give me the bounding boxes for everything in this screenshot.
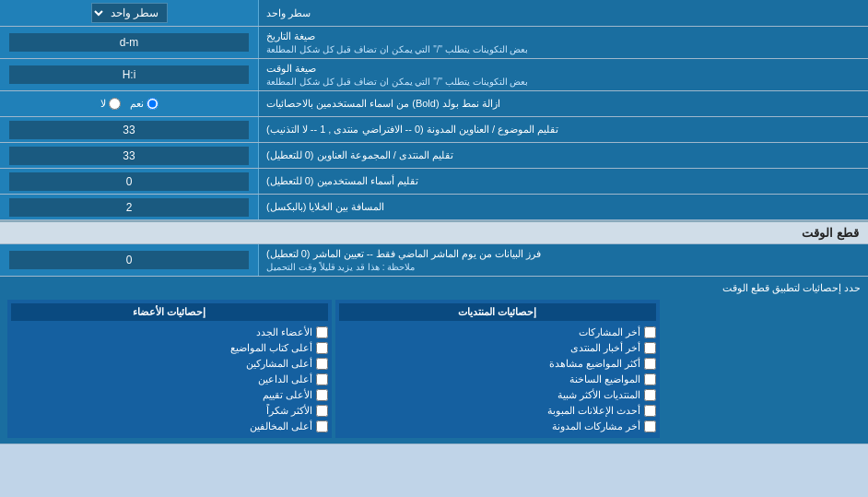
cell-spacing-input-cell [0, 195, 258, 219]
stats-item-member-label-3: أعلى الداعين [258, 373, 312, 385]
stats-item-top-participants: أعلى المشاركين [11, 356, 328, 372]
forum-titles-input[interactable] [9, 147, 249, 165]
date-format-sub-label: بعض التكوينات يتطلب "/" التي يمكن ان تضا… [266, 44, 528, 54]
stats-item-member-label-1: أعلى كتاب المواضيع [230, 342, 312, 354]
forum-titles-main-label: تقليم المنتدى / المجموعة العناوين (0 للت… [266, 149, 453, 161]
time-cut-note: ملاحظة : هذا قد يزيد قليلاً وقت التحميل [266, 262, 415, 272]
stats-item-last-posts: أخر المشاركات [339, 325, 656, 340]
time-format-input[interactable] [9, 65, 249, 84]
stats-section-label: حدد إحصائيات لتطبيق قطع الوقت [7, 282, 861, 294]
cell-spacing-main-label: المسافة بين الخلايا (بالبكسل) [266, 201, 385, 213]
topic-titles-input[interactable] [9, 121, 249, 139]
stats-col-forums-header: إحصائيات المنتديات [339, 303, 656, 321]
stats-item-member-label-5: الأكثر شكراً [266, 405, 312, 417]
stats-item-label-4: المنتديات الأكثر شبية [557, 389, 640, 401]
checkbox-hot-topics[interactable] [644, 373, 656, 385]
user-names-input-cell [0, 169, 258, 194]
stats-item-member-label-2: أعلى المشاركين [246, 358, 312, 370]
checkbox-new-members[interactable] [316, 326, 328, 338]
checkbox-most-viewed[interactable] [644, 358, 656, 370]
stats-item-top-inviters: أعلى الداعين [11, 372, 328, 387]
stats-col-members: إحصائيات الأعضاء الأعضاء الجدد أعلى كتاب… [7, 300, 332, 438]
stats-col-forums: إحصائيات المنتديات أخر المشاركات أخر أخب… [335, 300, 660, 438]
stats-item-hot-topics: المواضيع الساخنة [339, 372, 656, 387]
stats-item-blog-posts: أخر مشاركات المدونة [339, 419, 656, 434]
checkbox-blog-posts[interactable] [644, 420, 656, 432]
forum-titles-row: تقليم المنتدى / المجموعة العناوين (0 للت… [0, 143, 868, 169]
stats-item-classifieds: أحدث الإعلانات المبوبة [339, 403, 656, 419]
stats-col-forums-header-text: إحصائيات المنتديات [458, 306, 536, 317]
checkbox-news[interactable] [644, 342, 656, 354]
checkbox-top-inviters[interactable] [316, 373, 328, 385]
checkbox-classifieds[interactable] [644, 405, 656, 417]
checkbox-most-thanks[interactable] [316, 405, 328, 417]
date-format-input-cell [0, 27, 258, 58]
time-format-label: صيغة الوقت بعض التكوينات يتطلب "/" التي … [258, 59, 868, 90]
checkbox-top-writers[interactable] [316, 342, 328, 354]
time-cut-input-cell [0, 244, 258, 276]
stats-item-member-label-0: الأعضاء الجدد [256, 326, 312, 338]
user-names-label: تقليم أسماء المستخدمين (0 للتعطيل) [258, 169, 868, 194]
stats-section-label-text: حدد إحصائيات لتطبيق قطع الوقت [722, 282, 861, 293]
time-format-input-cell [0, 59, 258, 90]
top-label: سطر واحد [258, 0, 868, 26]
stats-item-label-3: المواضيع الساخنة [569, 373, 640, 385]
top-dropdown-cell: سطر واحد سطرين ثلاثة أسطر [0, 0, 258, 26]
topic-titles-main-label: تقليم الموضوع / العناوين المدونة (0 -- ا… [266, 124, 558, 136]
topic-titles-row: تقليم الموضوع / العناوين المدونة (0 -- ا… [0, 117, 868, 143]
stats-item-label-0: أخر المشاركات [579, 326, 640, 338]
date-format-main-label: صيغة التاريخ [266, 30, 315, 42]
radio-no[interactable] [109, 98, 121, 110]
stats-item-new-members: الأعضاء الجدد [11, 325, 328, 340]
topic-titles-input-cell [0, 117, 258, 142]
stats-item-news: أخر أخبار المنتدى [339, 340, 656, 356]
checkbox-last-posts[interactable] [644, 326, 656, 338]
stats-section: حدد إحصائيات لتطبيق قطع الوقت إحصائيات ا… [0, 277, 868, 444]
user-names-input[interactable] [9, 172, 249, 191]
stats-item-member-label-4: الأعلى تقييم [263, 389, 312, 401]
top-row: سطر واحد سطر واحد سطرين ثلاثة أسطر [0, 0, 868, 27]
stats-item-most-thanks: الأكثر شكراً [11, 403, 328, 419]
forum-titles-label: تقليم المنتدى / المجموعة العناوين (0 للت… [258, 143, 868, 168]
time-format-main-label: صيغة الوقت [266, 63, 316, 75]
stats-item-similar-forums: المنتديات الأكثر شبية [339, 387, 656, 403]
stats-item-label-6: أخر مشاركات المدونة [552, 420, 640, 432]
top-dropdown[interactable]: سطر واحد سطرين ثلاثة أسطر [91, 3, 168, 23]
time-cut-row: فرز البيانات من يوم الماشر الماضي فقط --… [0, 244, 868, 277]
stats-item-label-2: أكثر المواضيع مشاهدة [549, 358, 640, 370]
radio-yes-label[interactable]: نعم [130, 98, 158, 110]
checkbox-similar-forums[interactable] [644, 389, 656, 401]
checkbox-top-violators[interactable] [316, 420, 328, 432]
topic-titles-label: تقليم الموضوع / العناوين المدونة (0 -- ا… [258, 117, 868, 142]
date-format-row: صيغة التاريخ بعض التكوينات يتطلب "/" الت… [0, 27, 868, 59]
user-names-row: تقليم أسماء المستخدمين (0 للتعطيل) [0, 169, 868, 195]
main-container: سطر واحد سطر واحد سطرين ثلاثة أسطر صيغة … [0, 0, 868, 444]
stats-item-label-5: أحدث الإعلانات المبوبة [547, 405, 640, 417]
date-format-input[interactable] [9, 33, 249, 52]
bold-remove-radio-cell: نعم لا [0, 91, 258, 116]
time-cut-label: فرز البيانات من يوم الماشر الماضي فقط --… [258, 244, 868, 276]
time-cut-main-label: فرز البيانات من يوم الماشر الماضي فقط --… [266, 248, 541, 260]
stats-item-top-rated: الأعلى تقييم [11, 387, 328, 403]
stats-col-empty [663, 300, 861, 438]
forum-titles-input-cell [0, 143, 258, 168]
time-cut-input[interactable] [9, 251, 249, 269]
cell-spacing-label: المسافة بين الخلايا (بالبكسل) [258, 195, 868, 219]
date-format-label: صيغة التاريخ بعض التكوينات يتطلب "/" الت… [258, 27, 868, 58]
stats-item-member-label-6: أعلى المخالفين [250, 420, 312, 432]
radio-no-label[interactable]: لا [100, 98, 121, 110]
time-format-row: صيغة الوقت بعض التكوينات يتطلب "/" التي … [0, 59, 868, 91]
checkbox-top-participants[interactable] [316, 358, 328, 370]
stats-col-members-header: إحصائيات الأعضاء [11, 303, 328, 321]
bold-remove-row: ازالة نمط بولد (Bold) من اسماء المستخدمي… [0, 91, 868, 117]
stats-item-top-writers: أعلى كتاب المواضيع [11, 340, 328, 356]
time-cut-header-text: قطع الوقت [802, 226, 859, 240]
checkbox-top-rated[interactable] [316, 389, 328, 401]
stats-item-most-viewed: أكثر المواضيع مشاهدة [339, 356, 656, 372]
time-format-sub-label: بعض التكوينات يتطلب "/" التي يمكن ان تضا… [266, 77, 528, 87]
cell-spacing-input[interactable] [9, 198, 249, 217]
cell-spacing-row: المسافة بين الخلايا (بالبكسل) [0, 195, 868, 220]
bold-remove-main-label: ازالة نمط بولد (Bold) من اسماء المستخدمي… [266, 98, 500, 110]
stats-item-top-violators: أعلى المخالفين [11, 419, 328, 434]
radio-yes[interactable] [147, 98, 158, 110]
